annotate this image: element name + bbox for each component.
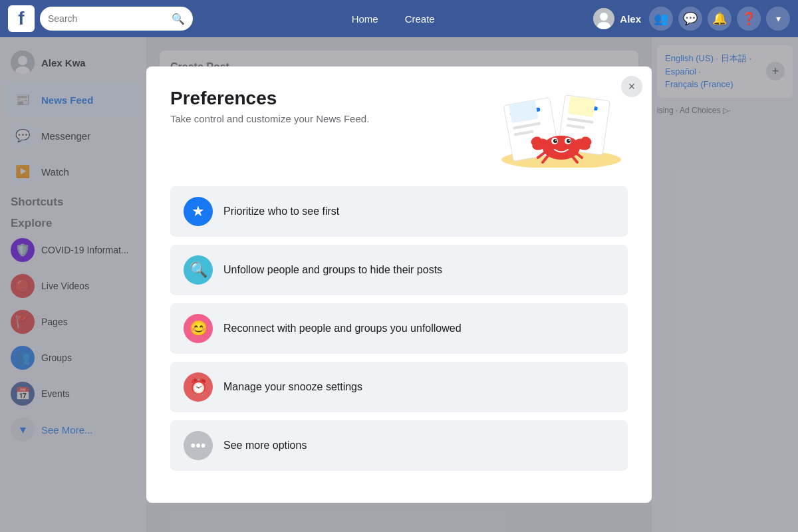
modal-title: Preferences: [170, 88, 481, 109]
svg-point-25: [569, 140, 570, 141]
pref-label-snooze: Manage your snooze settings: [223, 381, 362, 393]
pref-label-unfollow: Unfollow people and groups to hide their…: [223, 264, 442, 276]
pref-item-reconnect[interactable]: 😊Reconnect with people and groups you un…: [170, 303, 628, 354]
search-bar[interactable]: 🔍: [40, 7, 193, 31]
help-icon[interactable]: ❓: [737, 7, 761, 31]
navbar: f 🔍 Home Create Alex 👥 💬 🔔 ❓ ▾: [0, 0, 798, 37]
modal-illustration: [495, 88, 628, 168]
svg-rect-18: [568, 96, 595, 117]
main-layout: Alex Kwa 📰 News Feed 💬 Messenger ▶️ Watc…: [0, 37, 798, 532]
avatar[interactable]: [593, 8, 614, 29]
nav-username: Alex: [620, 13, 641, 25]
pref-label-more-options: See more options: [223, 440, 307, 452]
modal-title-area: Preferences Take control and customize y…: [170, 88, 481, 124]
pref-item-prioritize[interactable]: ★Prioritize who to see first: [170, 186, 628, 237]
account-menu-icon[interactable]: ▾: [766, 7, 790, 31]
modal-subtitle: Take control and customize your News Fee…: [170, 113, 481, 124]
find-friends-icon[interactable]: 👥: [649, 7, 673, 31]
search-input[interactable]: [48, 13, 169, 24]
search-icon: 🔍: [172, 13, 185, 25]
pref-icon-prioritize: ★: [184, 197, 213, 226]
pref-item-snooze[interactable]: ⏰Manage your snooze settings: [170, 362, 628, 412]
pref-icon-unfollow: 🔍: [184, 255, 213, 285]
pref-label-reconnect: Reconnect with people and groups you unf…: [223, 323, 462, 334]
fb-logo[interactable]: f: [8, 5, 35, 32]
svg-point-1: [600, 13, 608, 21]
home-link[interactable]: Home: [341, 9, 389, 29]
navbar-right: Alex 👥 💬 🔔 ❓ ▾: [593, 7, 790, 31]
create-link[interactable]: Create: [394, 9, 446, 29]
pref-label-prioritize: Prioritize who to see first: [223, 205, 339, 217]
pref-item-unfollow[interactable]: 🔍Unfollow people and groups to hide thei…: [170, 245, 628, 295]
preferences-modal: × Preferences Take control and customize…: [146, 66, 652, 503]
modal-overlay[interactable]: × Preferences Take control and customize…: [0, 37, 798, 532]
modal-header: Preferences Take control and customize y…: [170, 88, 628, 168]
notifications-icon[interactable]: 🔔: [708, 7, 732, 31]
svg-point-24: [555, 140, 557, 141]
fb-logo-letter: f: [18, 9, 24, 28]
svg-point-23: [567, 139, 571, 143]
messenger-icon[interactable]: 💬: [678, 7, 702, 31]
navbar-center: Home Create: [193, 9, 593, 29]
modal-close-button[interactable]: ×: [621, 76, 642, 97]
svg-point-22: [553, 139, 557, 143]
pref-icon-reconnect: 😊: [184, 314, 213, 343]
preferences-list: ★Prioritize who to see first🔍Unfollow pe…: [170, 186, 628, 471]
pref-icon-more-options: •••: [184, 431, 213, 460]
pref-icon-snooze: ⏰: [184, 372, 213, 402]
pref-item-more-options[interactable]: •••See more options: [170, 420, 628, 471]
